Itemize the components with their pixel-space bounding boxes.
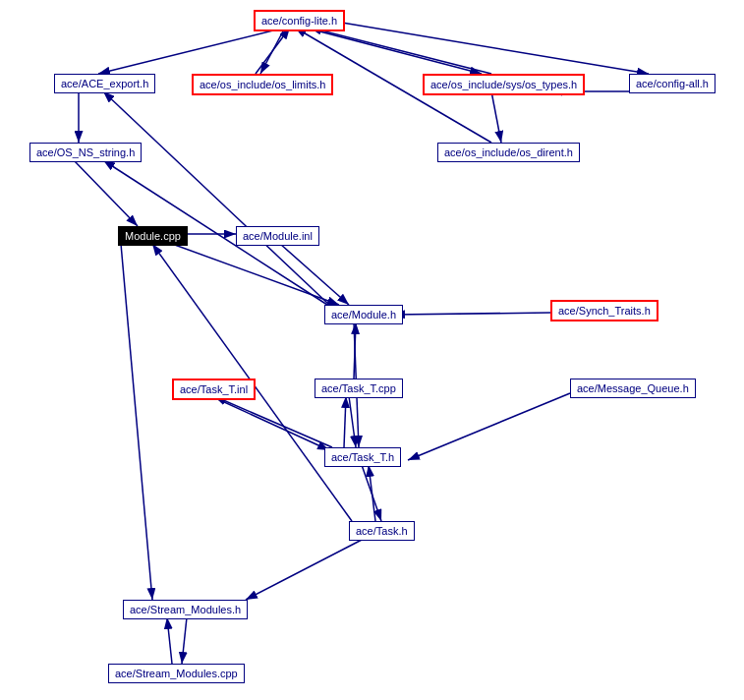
svg-line-7 [310, 28, 491, 74]
node-os_dirent: ace/os_include/os_dirent.h [437, 143, 580, 162]
svg-line-24 [344, 396, 346, 447]
svg-line-31 [408, 393, 570, 460]
dependency-arrows [0, 0, 744, 700]
svg-line-26 [246, 539, 364, 600]
node-Task_h: ace/Task.h [349, 521, 415, 541]
node-os_limits: ace/os_include/os_limits.h [192, 74, 333, 95]
svg-line-13 [172, 244, 339, 305]
svg-line-4 [305, 28, 482, 74]
svg-line-23 [214, 396, 332, 447]
node-Message_Queue: ace/Message_Queue.h [570, 379, 696, 398]
svg-line-18 [393, 313, 550, 315]
svg-line-2 [98, 28, 285, 74]
node-Task_T_h: ace/Task_T.h [324, 447, 401, 467]
node-Task_T_cpp: ace/Task_T.cpp [315, 379, 403, 398]
node-ACE_export: ace/ACE_export.h [54, 74, 155, 93]
svg-line-3 [260, 28, 285, 74]
node-OS_NS_string: ace/OS_NS_string.h [29, 143, 142, 162]
svg-line-29 [167, 617, 172, 664]
node-Module_cpp: Module.cpp [118, 226, 188, 246]
diagram-container: ace/config-lite.hace/ACE_export.hace/os_… [0, 0, 744, 700]
node-Stream_Modules_cpp: ace/Stream_Modules.cpp [108, 664, 245, 683]
node-os_types: ace/os_include/sys/os_types.h [423, 74, 585, 95]
svg-line-21 [354, 322, 356, 379]
svg-line-6 [256, 28, 290, 74]
svg-line-28 [182, 617, 187, 664]
node-Task_T_inl: ace/Task_T.inl [172, 379, 256, 400]
node-Stream_Modules_h: ace/Stream_Modules.h [123, 600, 248, 619]
svg-line-19 [211, 396, 329, 450]
node-Module_h: ace/Module.h [324, 305, 403, 324]
svg-line-8 [491, 91, 501, 143]
node-config_lite: ace/config-lite.h [254, 10, 345, 31]
node-config_all: ace/config-all.h [629, 74, 715, 93]
svg-line-25 [369, 465, 375, 521]
svg-line-5 [324, 20, 649, 74]
node-Synch_Traits: ace/Synch_Traits.h [550, 300, 658, 321]
svg-line-30 [121, 244, 152, 600]
svg-line-11 [74, 160, 138, 226]
svg-line-16 [103, 91, 329, 305]
svg-line-20 [349, 396, 356, 447]
svg-line-22 [362, 465, 381, 521]
svg-line-12 [280, 244, 349, 305]
node-Module_inl: ace/Module.inl [236, 226, 319, 246]
